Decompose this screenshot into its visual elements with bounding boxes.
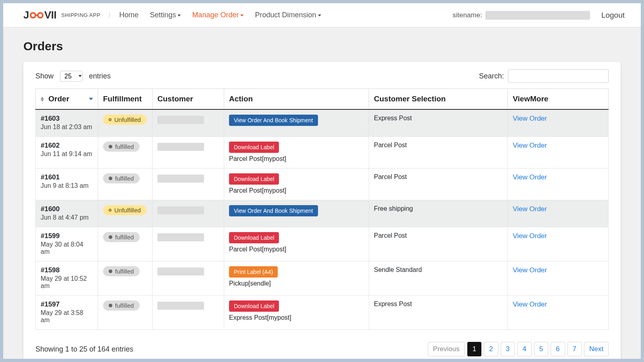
page-title: Orders: [23, 39, 621, 53]
fulfillment-text: fulfilled: [115, 302, 134, 309]
order-id: #1602: [41, 142, 93, 150]
order-date: May 29 at 3:58 am: [41, 309, 93, 324]
customer-selection: Express Post: [374, 300, 412, 307]
customer-value: [157, 302, 204, 310]
fulfillment-pill: fulfilled: [103, 266, 140, 276]
app-label: SHIPPING APP: [61, 12, 109, 18]
customer-value: [157, 175, 204, 183]
status-dot-icon: [109, 304, 112, 307]
logo-oo: [29, 9, 44, 21]
nav-settings-label: Settings: [150, 11, 176, 19]
nav-product-dimension-label: Product Dimension: [255, 11, 316, 19]
page-next[interactable]: Next: [584, 342, 609, 356]
col-viewmore-label: ViewMore: [513, 95, 548, 103]
col-fulfillment[interactable]: Fulfillment: [98, 89, 153, 110]
page-size-select[interactable]: 25: [60, 71, 83, 82]
search-label: Search:: [479, 72, 504, 80]
table-row: #1602Jun 11 at 9:14 amfulfilledDownload …: [36, 137, 609, 169]
show-label: Show: [35, 72, 54, 80]
view-order-link[interactable]: View Order: [513, 232, 547, 240]
page-6[interactable]: 6: [551, 342, 565, 356]
view-book-button[interactable]: View Order And Book Shipment: [229, 205, 318, 216]
view-order-link[interactable]: View Order: [513, 142, 547, 149]
order-date: May 29 at 10:52 am: [41, 275, 93, 290]
page-3[interactable]: 3: [501, 342, 515, 356]
col-order[interactable]: Order: [36, 89, 98, 110]
order-date: Jun 8 at 4:47 pm: [41, 214, 93, 221]
order-id: #1600: [41, 205, 93, 213]
download-label-button[interactable]: Download Label: [229, 300, 279, 312]
action-subtext: Express Post[mypost]: [229, 314, 364, 321]
status-dot-icon: [109, 177, 112, 180]
page-1[interactable]: 1: [467, 342, 481, 356]
col-selection[interactable]: Customer Selection: [369, 89, 508, 110]
order-id: #1603: [41, 115, 93, 123]
nav-manage-order-label: Manage Order: [192, 11, 239, 19]
view-order-link[interactable]: View Order: [513, 300, 547, 308]
col-order-label: Order: [48, 95, 69, 103]
fulfillment-text: fulfilled: [115, 268, 134, 275]
customer-selection: Express Post: [374, 115, 412, 121]
col-customer[interactable]: Customer: [153, 89, 224, 110]
table-footer: Showing 1 to 25 of 164 entries Previous1…: [35, 342, 609, 356]
col-viewmore[interactable]: ViewMore: [508, 89, 609, 110]
search-input[interactable]: [508, 69, 609, 83]
logo: JVII: [23, 9, 56, 21]
sitename-value: [485, 11, 590, 20]
page-previous[interactable]: Previous: [428, 342, 465, 356]
fulfillment-text: Unfulfilled: [114, 207, 141, 214]
table-row: #1603Jun 18 at 2:03 amUnfulfilledView Or…: [36, 109, 609, 137]
col-customer-label: Customer: [157, 95, 193, 103]
chevron-down-icon: [178, 14, 181, 16]
orders-table: Order Fulfillment Customer Action Custom…: [35, 88, 609, 330]
view-book-button[interactable]: View Order And Book Shipment: [229, 115, 318, 126]
table-row: #1599May 30 at 8:04 amfulfilledDownload …: [36, 227, 609, 261]
page-5[interactable]: 5: [534, 342, 548, 356]
pagination: Previous1234567Next: [428, 342, 609, 356]
print-label-button[interactable]: Print Label (A4): [229, 266, 278, 278]
fulfillment-text: fulfilled: [115, 234, 134, 241]
nav-product-dimension[interactable]: Product Dimension: [255, 11, 321, 19]
chevron-down-icon: [240, 14, 244, 16]
customer-value: [157, 116, 204, 124]
order-date: Jun 11 at 9:14 am: [41, 150, 93, 158]
sort-desc-icon: [89, 98, 93, 100]
page-2[interactable]: 2: [484, 342, 498, 356]
logo-vii: VII: [44, 9, 56, 21]
status-dot-icon: [109, 209, 111, 212]
download-label-button[interactable]: Download Label: [229, 173, 279, 185]
view-order-link[interactable]: View Order: [513, 115, 547, 122]
view-order-link[interactable]: View Order: [513, 173, 547, 181]
customer-selection: Parcel Post: [374, 142, 407, 148]
download-label-button[interactable]: Download Label: [229, 142, 279, 153]
col-fulfillment-label: Fulfillment: [103, 95, 142, 103]
nav-manage-order[interactable]: Manage Order: [192, 11, 244, 19]
nav-home[interactable]: Home: [119, 11, 138, 19]
customer-value: [157, 206, 204, 214]
action-subtext: Parcel Post[mypost]: [229, 155, 364, 162]
action-subtext: Parcel Post[mypost]: [229, 187, 364, 194]
fulfillment-pill: fulfilled: [103, 232, 140, 242]
col-action[interactable]: Action: [224, 89, 369, 110]
nav-settings[interactable]: Settings: [150, 11, 181, 19]
order-date: May 30 at 8:04 am: [41, 241, 93, 255]
logout-link[interactable]: Logout: [601, 11, 625, 20]
view-order-link[interactable]: View Order: [513, 205, 547, 213]
download-label-button[interactable]: Download Label: [229, 232, 279, 243]
page-4[interactable]: 4: [517, 342, 531, 356]
customer-value: [157, 233, 204, 241]
view-order-link[interactable]: View Order: [513, 266, 547, 274]
showing-text: Showing 1 to 25 of 164 entries: [35, 345, 133, 354]
order-date: Jun 9 at 8:13 am: [41, 182, 93, 189]
action-subtext: Parcel Post[mypost]: [229, 246, 364, 253]
page-7[interactable]: 7: [568, 342, 582, 356]
sort-icon: [41, 97, 44, 101]
status-dot-icon: [109, 145, 112, 148]
fulfillment-text: Unfulfilled: [114, 116, 141, 123]
logo-j: J: [23, 9, 29, 21]
sitename-label: sitename:: [452, 11, 482, 19]
customer-value: [157, 267, 204, 276]
fulfillment-text: fulfilled: [115, 143, 134, 150]
table-controls: Show 25 entries Search:: [35, 69, 609, 83]
nav-home-label: Home: [119, 11, 138, 19]
